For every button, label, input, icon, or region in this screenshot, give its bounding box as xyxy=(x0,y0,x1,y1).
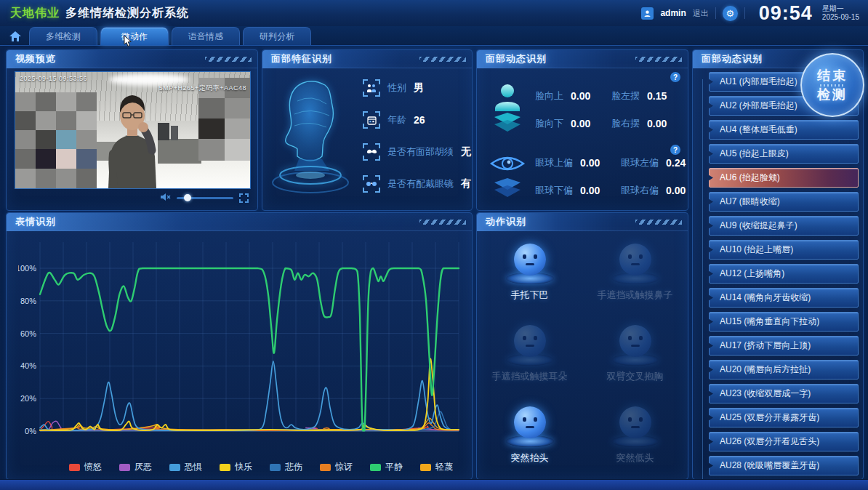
au-item[interactable]: AU6 (抬起脸颊) xyxy=(709,168,859,188)
tab-voice-emotion[interactable]: 语音情感 xyxy=(172,27,240,45)
face-orientation-group: 脸向上 0.00 脸左摆 0.15 脸向下 0.00 脸右摆 0.00 xyxy=(489,76,680,143)
au-item[interactable]: AU10 (抬起上嘴唇) xyxy=(709,240,859,260)
expression-panel: 表情识别 0%20%40%60%80%100% 愤怒 厌恶 恐惧 快乐 悲伤 惊… xyxy=(6,212,473,480)
orb-face-icon xyxy=(514,406,546,438)
legend-item: 平静 xyxy=(370,461,403,473)
face-metrics: 脸向上 0.00 脸左摆 0.15 脸向下 0.00 脸右摆 0.00 xyxy=(535,89,680,130)
au-panel: 面部动态识别 结束 检测 AU1 (内部眉毛抬起) AU2 (外部眉毛抬起) A… xyxy=(692,49,864,480)
svg-text:100%: 100% xyxy=(18,264,36,273)
stop-detection-button[interactable]: 结束 检测 xyxy=(800,53,864,117)
home-icon[interactable] xyxy=(4,28,26,45)
tab-multi-detection[interactable]: 多维检测 xyxy=(29,27,97,45)
video-scene: 2025-09-15 09:53:56 5MP+H265+定码率+AAC48 xyxy=(15,72,250,188)
beard-icon xyxy=(363,143,380,161)
legend-item: 轻蔑 xyxy=(420,461,453,473)
hologram-head xyxy=(268,72,355,204)
legend-swatch xyxy=(169,464,180,471)
panel-header: 动作识别 xyxy=(477,213,688,231)
au-list: AU1 (内部眉毛抬起) AU2 (外部眉毛抬起) AU4 (整体眉毛低垂) A… xyxy=(699,72,859,490)
au-item[interactable]: AU4 (整体眉毛低垂) xyxy=(709,120,859,140)
bottom-bar xyxy=(0,480,868,490)
tab-micro-action[interactable]: 微动作 xyxy=(100,27,169,45)
svg-text:80%: 80% xyxy=(20,297,36,305)
panel-header: 表情识别 xyxy=(7,213,472,231)
orb-face-icon xyxy=(619,406,651,438)
feature-row-age: 年龄 26 xyxy=(363,111,471,129)
legend-item: 快乐 xyxy=(220,461,252,473)
date-block: 星期一 2025-09-15 xyxy=(822,4,859,22)
action-hand-touch-nose[interactable]: 手遮挡或触摸鼻子 xyxy=(582,232,688,313)
action-hand-on-chin[interactable]: 手托下巴 xyxy=(477,232,582,313)
au-item[interactable]: AU15 (嘴角垂直向下拉动) xyxy=(709,312,859,332)
eye-movement-group: 眼球上偏 0.00 眼球左偏 0.24 眼球下偏 0.00 眼球右偏 0.00 xyxy=(489,149,699,204)
video-frame[interactable]: 2025-09-15 09:53:56 5MP+H265+定码率+AAC48 xyxy=(15,71,251,189)
action-hand-touch-ear[interactable]: 手遮挡或触摸耳朵 xyxy=(477,313,582,395)
legend-swatch xyxy=(220,464,230,471)
action-grid: 手托下巴 手遮挡或触摸鼻子 手遮挡或触摸耳朵 双臂交叉抱胸 突然抬头 xyxy=(477,232,688,476)
legend-item: 恐惧 xyxy=(169,461,202,473)
panel-title: 面部特征识别 xyxy=(262,53,332,64)
brand-logo: 天地伟业 xyxy=(10,6,60,21)
action-sudden-head-down[interactable]: 突然低头 xyxy=(582,395,688,476)
age-icon xyxy=(363,111,380,129)
au-item[interactable]: AU28 (吮吸嘴唇覆盖牙齿) xyxy=(709,456,859,475)
au-item[interactable]: AU17 (挤动下唇向上顶) xyxy=(709,336,859,356)
divider xyxy=(744,7,745,19)
panel-title: 面部动态识别 xyxy=(477,53,547,64)
top-header: 天地伟业 多维情绪检测分析系统 admin 退出 ⚙ 09:54 星期一 202… xyxy=(0,0,868,26)
speaker-muted-icon[interactable] xyxy=(161,191,171,204)
video-stream-info: 5MP+H265+定码率+AAC48 xyxy=(159,84,246,93)
feature-row-glasses: 是否有配戴眼镜 有 xyxy=(363,175,471,193)
panel-title: 表情识别 xyxy=(7,216,56,227)
video-timestamp: 2025-09-15 09:53:56 xyxy=(20,75,87,82)
au-item[interactable]: AU26 (双唇分开看见舌头) xyxy=(709,432,859,451)
person-icon xyxy=(489,81,526,139)
stop-button-divider xyxy=(820,84,845,87)
date: 2025-09-15 xyxy=(822,13,859,22)
au-item[interactable]: AU20 (嘴唇向后方拉扯) xyxy=(709,360,859,379)
au-item[interactable]: AU23 (收缩双唇成一字) xyxy=(709,384,859,403)
au-item[interactable]: AU14 (嘴角向牙齿收缩) xyxy=(709,288,859,308)
header-stripes xyxy=(635,57,682,62)
orb-face-icon xyxy=(514,325,546,357)
feature-row-gender: 性别 男 xyxy=(363,79,471,97)
legend-item: 惊讶 xyxy=(320,461,353,473)
app-root: 天地伟业 多维情绪检测分析系统 admin 退出 ⚙ 09:54 星期一 202… xyxy=(0,0,868,490)
au-item[interactable]: AU5 (抬起上眼皮) xyxy=(709,144,859,164)
volume-knob[interactable] xyxy=(184,194,191,201)
weekday: 星期一 xyxy=(822,4,859,13)
legend-swatch xyxy=(320,464,331,471)
fullscreen-icon[interactable] xyxy=(239,193,249,203)
legend-item: 厌恶 xyxy=(119,461,152,473)
glasses-icon xyxy=(363,175,380,193)
legend-swatch xyxy=(370,464,381,471)
orb-face-icon xyxy=(514,244,546,276)
legend-swatch xyxy=(119,464,130,471)
header-stripes xyxy=(419,220,466,225)
tab-analysis[interactable]: 研判分析 xyxy=(243,27,311,45)
au-item[interactable]: AU7 (眼睛收缩) xyxy=(709,192,859,212)
panel-header: 面部动态识别 xyxy=(477,50,688,68)
panel-header: 视频预览 xyxy=(7,50,257,68)
video-preview-panel: 视频预览 xyxy=(6,49,258,211)
panel-header: 面部特征识别 xyxy=(262,50,472,68)
header-stripes xyxy=(205,57,252,62)
volume-slider[interactable] xyxy=(177,197,233,199)
video-controls xyxy=(161,191,249,204)
legend-item: 悲伤 xyxy=(270,461,302,473)
au-item[interactable]: AU12 (上扬嘴角) xyxy=(709,264,859,284)
gear-icon[interactable]: ⚙ xyxy=(723,6,738,21)
nav-bar: 多维检测 微动作 语音情感 研判分析 xyxy=(0,26,868,46)
au-item[interactable]: AU9 (收缩提起鼻子) xyxy=(709,216,859,236)
svg-text:20%: 20% xyxy=(20,394,36,403)
header-stripes xyxy=(635,220,682,225)
legend-swatch xyxy=(420,464,431,471)
action-arms-crossed[interactable]: 双臂交叉抱胸 xyxy=(582,313,688,395)
au-item[interactable]: AU25 (双唇分开暴露牙齿) xyxy=(709,408,859,427)
username: admin xyxy=(660,8,686,18)
action-sudden-head-up[interactable]: 突然抬头 xyxy=(477,395,582,476)
chart-legend: 愤怒 厌恶 恐惧 快乐 悲伤 惊讶 平静 轻蔑 xyxy=(69,461,453,473)
face-dynamics-panel: 面部动态识别 ? ? 脸向上 0.00 脸左摆 0.15 脸向下 0.00 脸右… xyxy=(476,49,688,211)
logout-button[interactable]: 退出 xyxy=(693,8,709,19)
header-right: admin 退出 ⚙ 09:54 星期一 2025-09-15 xyxy=(641,2,859,25)
